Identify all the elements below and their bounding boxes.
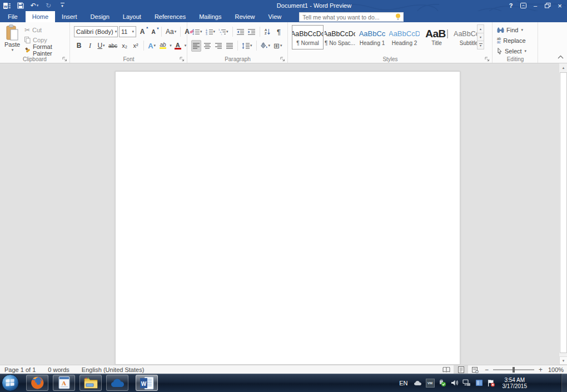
zoom-in-button[interactable]: + [539, 366, 543, 374]
tab-layout[interactable]: Layout [116, 11, 148, 22]
borders-button[interactable]: ⊞▾ [272, 40, 283, 52]
zoom-out-button[interactable]: − [485, 366, 489, 374]
scroll-down-button[interactable]: ▾ [559, 356, 567, 365]
tray-onedrive-icon[interactable] [414, 379, 422, 388]
highlight-caret[interactable]: ▾ [170, 43, 172, 48]
tray-network-icon[interactable] [462, 379, 471, 388]
highlight-color-button[interactable]: ab [158, 40, 168, 52]
gallery-scroll-down-button[interactable]: ▾ [477, 33, 484, 42]
vertical-scrollbar[interactable]: ▴ ▾ [559, 63, 567, 365]
word-count[interactable]: 0 words [48, 366, 69, 373]
grow-font-button[interactable]: A [137, 26, 147, 38]
undo-button[interactable]: ↶▾ [30, 1, 39, 11]
change-case-button[interactable]: Aa▾ [165, 26, 177, 38]
customize-qat-button[interactable]: ▾ [58, 1, 67, 11]
line-spacing-button[interactable]: ▾ [241, 40, 253, 52]
bullets-button[interactable]: ▾ [191, 26, 203, 38]
tray-language[interactable]: EN [399, 380, 410, 386]
tab-design[interactable]: Design [84, 11, 116, 22]
tab-review[interactable]: Review [228, 11, 262, 22]
help-button[interactable]: ? [505, 1, 517, 11]
save-icon[interactable] [16, 1, 25, 11]
document-page[interactable] [115, 71, 460, 365]
tray-volume-icon[interactable] [450, 379, 459, 388]
show-paragraph-marks-button[interactable]: ¶ [274, 26, 284, 38]
tab-references[interactable]: References [148, 11, 192, 22]
subscript-button[interactable]: x₂ [120, 40, 130, 52]
italic-button[interactable]: I [85, 40, 95, 52]
shrink-font-button[interactable]: A [148, 26, 158, 38]
tray-app-window-icon[interactable] [475, 379, 484, 388]
find-button[interactable]: Find ▾ [497, 25, 526, 35]
underline-caret[interactable]: ▾ [103, 43, 105, 48]
numbering-button[interactable]: 1.2.3.▾ [205, 26, 217, 38]
align-left-button[interactable] [191, 40, 201, 52]
borders-caret[interactable]: ▾ [280, 43, 282, 48]
print-layout-button[interactable] [454, 365, 468, 374]
collapse-ribbon-button[interactable] [558, 51, 564, 61]
style-normal[interactable]: AaBbCcDc ¶ Normal [292, 25, 324, 49]
multilevel-caret[interactable]: ▾ [226, 29, 228, 34]
font-name-combobox[interactable]: Calibri (Body)▾ [74, 26, 118, 37]
multilevel-list-button[interactable]: 1.a.i.▾ [217, 26, 230, 38]
clipboard-dialog-launcher[interactable] [62, 56, 67, 62]
shading-caret[interactable]: ▾ [268, 43, 271, 48]
tab-home[interactable]: Home [26, 11, 55, 22]
taskbar-word-button[interactable]: W [136, 375, 158, 391]
scroll-up-button[interactable]: ▴ [559, 63, 567, 72]
tray-vm-icon[interactable]: VM [426, 379, 435, 388]
font-color-button[interactable]: A [173, 40, 183, 52]
bold-button[interactable]: B [74, 40, 84, 52]
superscript-button[interactable]: x² [131, 40, 141, 52]
align-right-button[interactable] [213, 40, 223, 52]
style-title[interactable]: AaB Title [421, 25, 452, 49]
zoom-slider-handle[interactable] [513, 367, 515, 373]
redo-button[interactable]: ↻ [44, 1, 53, 11]
font-color-caret[interactable]: ▾ [185, 43, 187, 48]
paste-button[interactable]: Paste ▾ [2, 24, 22, 60]
gallery-scroll-up-button[interactable]: ▴ [477, 24, 484, 33]
tell-me-input[interactable] [300, 14, 395, 21]
font-size-combobox[interactable]: 11▾ [119, 26, 136, 37]
tab-view[interactable]: View [262, 11, 289, 22]
tray-action-center-icon[interactable] [487, 379, 496, 388]
taskbar-firefox-button[interactable] [26, 375, 48, 391]
paste-dropdown-caret[interactable]: ▾ [12, 48, 14, 52]
select-button[interactable]: Select ▾ [497, 46, 526, 56]
underline-button[interactable]: U▾ [96, 40, 106, 52]
read-mode-button[interactable] [439, 365, 454, 374]
styles-dialog-launcher[interactable] [484, 56, 490, 62]
tray-safely-remove-hardware-icon[interactable] [438, 379, 447, 388]
page-indicator[interactable]: Page 1 of 1 [4, 366, 36, 373]
document-area[interactable] [0, 63, 559, 365]
justify-button[interactable] [225, 40, 235, 52]
tab-insert[interactable]: Insert [55, 11, 84, 22]
language-indicator[interactable]: English (United States) [82, 366, 145, 373]
paragraph-dialog-launcher[interactable] [280, 56, 285, 62]
increase-indent-button[interactable] [247, 26, 257, 38]
align-center-button[interactable] [202, 40, 212, 52]
bullets-caret[interactable]: ▾ [200, 29, 202, 34]
zoom-level[interactable]: 100% [548, 365, 564, 374]
replace-button[interactable]: abac Replace [497, 36, 526, 46]
tab-file[interactable]: File [0, 11, 26, 22]
start-button[interactable] [2, 374, 19, 391]
style-no-spacing[interactable]: AaBbCcDc ¶ No Spac... [324, 25, 356, 49]
taskbar-document-viewer-button[interactable]: A [53, 375, 75, 391]
sort-button[interactable]: AZ [263, 26, 273, 38]
line-spacing-caret[interactable]: ▾ [250, 43, 252, 48]
minimize-button[interactable]: – [529, 1, 541, 11]
word-app-icon[interactable]: w [2, 1, 11, 11]
taskbar-explorer-button[interactable] [79, 375, 102, 391]
tell-me-box[interactable] [299, 12, 404, 22]
decrease-indent-button[interactable] [236, 26, 246, 38]
taskbar-clock[interactable]: 3:54 AM 3/17/2015 [499, 377, 528, 389]
undo-dropdown-caret[interactable]: ▾ [37, 3, 39, 8]
ribbon-display-options-button[interactable] [517, 1, 529, 11]
text-effects-button[interactable]: A▾ [147, 40, 157, 52]
select-caret[interactable]: ▾ [525, 49, 527, 53]
taskbar-onedrive-button[interactable] [106, 375, 128, 391]
format-painter-button[interactable]: Format Painter [24, 45, 69, 54]
restore-button[interactable] [541, 1, 554, 11]
gallery-more-button[interactable]: ▾ [477, 41, 484, 49]
